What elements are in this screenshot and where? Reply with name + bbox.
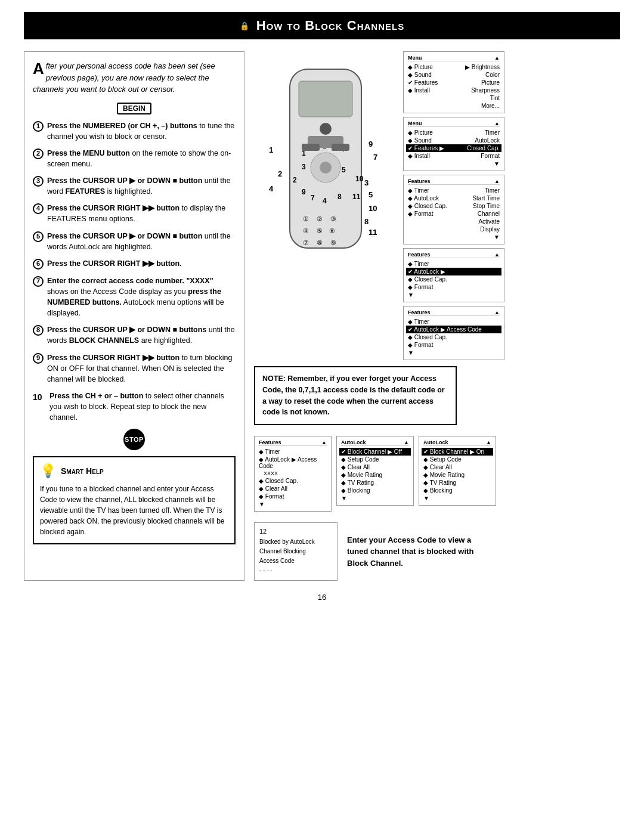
svg-text:10: 10 bbox=[355, 175, 364, 183]
svg-text:1: 1 bbox=[269, 145, 273, 154]
menu-screen-3: Features ▲ ◆ TimerTimer ◆ AutoLockStart … bbox=[403, 175, 504, 244]
svg-text:⑦: ⑦ bbox=[303, 239, 309, 246]
menu-row: ◆ SoundColor bbox=[408, 71, 500, 79]
drop-cap: A bbox=[33, 62, 44, 75]
menu-row: ◆ AutoLock ▶ Access Code bbox=[259, 456, 327, 470]
menu-screen-2: Menu ▲ ◆ PictureTimer ◆ SoundAutoLock ✔ … bbox=[403, 117, 504, 171]
menu-row: ▼ bbox=[408, 349, 500, 357]
menu-row: ▼ bbox=[341, 494, 409, 502]
autolock-off-title: AutoLock▲ bbox=[341, 439, 409, 446]
svg-text:9: 9 bbox=[302, 188, 306, 196]
bulb-icon: 💡 bbox=[40, 463, 56, 479]
svg-text:2: 2 bbox=[293, 176, 297, 184]
channel-blocked-screen: 12 Blocked by AutoLock Channel Blocking … bbox=[254, 522, 338, 581]
begin-badge: BEGIN bbox=[117, 103, 151, 114]
svg-text:⑨: ⑨ bbox=[330, 239, 336, 246]
page-number: 16 bbox=[24, 593, 620, 602]
lock-icon: 🔒 bbox=[240, 21, 249, 30]
step-7: 7 Enter the correct access code number. … bbox=[33, 275, 236, 319]
menu-row: ◆ Closed Cap. bbox=[408, 333, 500, 341]
svg-point-16 bbox=[320, 162, 332, 174]
autolock-on-title: AutoLock▲ bbox=[423, 439, 491, 446]
menu-screen-5: Features ▲ ◆ Timer ✔ AutoLock ▶ Access C… bbox=[403, 306, 504, 360]
svg-text:⑤: ⑤ bbox=[317, 227, 323, 234]
smart-help-text: If you tune to a blocked channel and ent… bbox=[40, 484, 228, 537]
menu-row: ◆ SoundAutoLock bbox=[408, 137, 500, 144]
step-3-content: Press the CURSOR UP ▶ or DOWN ■ button u… bbox=[47, 175, 236, 197]
step-10-num: 10 bbox=[33, 391, 46, 423]
svg-text:10: 10 bbox=[369, 204, 377, 213]
menu-row: ✔ FeaturesPicture bbox=[408, 79, 500, 86]
svg-rect-38 bbox=[332, 144, 349, 151]
menu-row: Tint bbox=[408, 94, 500, 102]
intro-body: fter your personal access code has been … bbox=[33, 61, 215, 94]
step-9: 9 Press the CURSOR RIGHT ▶▶ button to tu… bbox=[33, 352, 236, 385]
menu-row: ◆ PictureTimer bbox=[408, 129, 500, 137]
menu-row: ◆ Clear All bbox=[259, 485, 327, 493]
note-box: NOTE: Remember, if you ever forget your … bbox=[254, 366, 457, 425]
menu-row: Display bbox=[408, 225, 500, 233]
step-8-content: Press the CURSOR UP ▶ or DOWN ■ buttons … bbox=[47, 324, 236, 346]
enter-code-text: Enter your Access Code to view a tuned c… bbox=[347, 534, 478, 569]
menu-row-highlighted: ✔ Block Channel ▶ On bbox=[422, 448, 493, 456]
step-1: 1 Press the NUMBERED (or CH +, –) button… bbox=[33, 120, 236, 142]
svg-text:3: 3 bbox=[302, 163, 306, 171]
page-header: 🔒 How to Block Channels bbox=[24, 12, 620, 39]
svg-rect-37 bbox=[302, 144, 320, 151]
menu-row: ◆ Clear All bbox=[423, 463, 491, 471]
menu-row: ◆ Timer bbox=[259, 448, 327, 456]
menu-row: ◆ Clear All bbox=[341, 463, 409, 471]
svg-rect-1 bbox=[299, 81, 352, 117]
bottom-area: Features▲ ◆ Timer ◆ AutoLock ▶ Access Co… bbox=[254, 436, 620, 512]
step-1-content: Press the NUMBERED (or CH +, –) buttons … bbox=[47, 120, 236, 142]
menu-row: ◆ FormatChannel bbox=[408, 210, 500, 218]
svg-text:11: 11 bbox=[369, 228, 377, 237]
smart-help-title: Smart Help bbox=[61, 466, 104, 476]
step-9-num: 9 bbox=[33, 353, 44, 364]
svg-text:⑧: ⑧ bbox=[317, 239, 323, 246]
stop-badge-container: STOP bbox=[33, 429, 236, 450]
menu-row: ◆ Blocking bbox=[423, 487, 491, 494]
step-2-content: Press the MENU button on the remote to s… bbox=[47, 148, 236, 169]
remote-illustration: 1 2 4 3 5 10 2 9 7 4 8 11 ① bbox=[254, 51, 397, 274]
page-title: How to Block Channels bbox=[256, 18, 404, 33]
step-10: 10 Press the CH + or – button to select … bbox=[33, 391, 236, 423]
step-2: 2 Press the MENU button on the remote to… bbox=[33, 148, 236, 169]
menu-row: ◆ Closed Cap.Stop Time bbox=[408, 202, 500, 210]
svg-text:7: 7 bbox=[373, 153, 377, 162]
svg-point-2 bbox=[320, 123, 332, 135]
menu-row-highlighted: ✔ Features ▶Closed Cap. bbox=[406, 144, 501, 152]
svg-text:①: ① bbox=[303, 215, 309, 222]
right-panel: 1 2 4 3 5 10 2 9 7 4 8 11 ① bbox=[254, 51, 620, 581]
menu-row: ◆ Format bbox=[259, 493, 327, 500]
svg-text:8: 8 bbox=[338, 193, 342, 201]
svg-text:④: ④ bbox=[303, 227, 309, 234]
bottom-screen-features: Features▲ ◆ Timer ◆ AutoLock ▶ Access Co… bbox=[254, 436, 332, 512]
menu-row: ◆ Format bbox=[408, 283, 500, 291]
menu-screen-1-title: Menu ▲ bbox=[408, 55, 500, 61]
svg-text:7: 7 bbox=[311, 194, 315, 202]
smart-help-header: 💡 Smart Help bbox=[40, 463, 228, 479]
autolock-screens-col: AutoLock▲ ✔ Block Channel ▶ Off ◆ Setup … bbox=[336, 436, 414, 506]
menu-row: ◆ Closed Cap. bbox=[259, 477, 327, 485]
menu-row: ▼ bbox=[423, 494, 491, 502]
bottom-screens-col: Features▲ ◆ Timer ◆ AutoLock ▶ Access Co… bbox=[254, 436, 332, 512]
step-7-num: 7 bbox=[33, 276, 44, 287]
menu-row: ◆ Blocking bbox=[341, 487, 409, 494]
autolock-on-col: AutoLock▲ ✔ Block Channel ▶ On ◆ Setup C… bbox=[419, 436, 496, 506]
step-7-content: Enter the correct access code number. "X… bbox=[47, 275, 236, 319]
menu-row: ◆ TimerTimer bbox=[408, 187, 500, 194]
top-area: 1 2 4 3 5 10 2 9 7 4 8 11 ① bbox=[254, 51, 620, 360]
step-2-num: 2 bbox=[33, 148, 44, 159]
svg-text:②: ② bbox=[317, 215, 323, 222]
step-4-content: Press the CURSOR RIGHT ▶▶ button to disp… bbox=[47, 203, 236, 224]
menu-row: ◆ TV Rating bbox=[341, 479, 409, 487]
autolock-off-screen: AutoLock▲ ✔ Block Channel ▶ Off ◆ Setup … bbox=[336, 436, 414, 506]
step-6: 6 Press the CURSOR RIGHT ▶▶ button. bbox=[33, 258, 236, 270]
step-6-content: Press the CURSOR RIGHT ▶▶ button. bbox=[47, 258, 182, 270]
menu-row: ◆ InstallFormat bbox=[408, 152, 500, 160]
menu-row: ◆ Closed Cap. bbox=[408, 275, 500, 283]
intro-text: A fter your personal access code has bee… bbox=[33, 60, 236, 95]
step-3-num: 3 bbox=[33, 176, 44, 187]
menu-row: ◆ Movie Rating bbox=[423, 471, 491, 479]
